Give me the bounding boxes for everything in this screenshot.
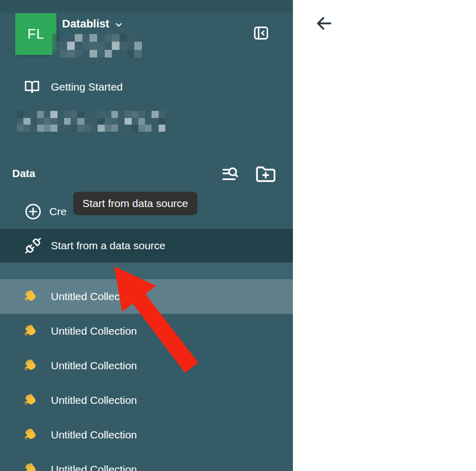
menu-strip — [0, 262, 293, 279]
create-collection-label: Cre — [49, 205, 67, 218]
collection-item[interactable]: Untitled Collection — [0, 279, 293, 314]
list-search-icon — [220, 164, 241, 185]
arrow-left-icon — [314, 14, 334, 33]
collections-list: Untitled Collection Untitled Collection — [0, 279, 293, 471]
search-collections-button[interactable] — [220, 164, 241, 185]
getting-started-item[interactable]: Getting Started — [24, 76, 123, 98]
unplug-icon — [24, 237, 42, 254]
waving-hand-icon — [23, 358, 39, 373]
collection-item-label: Untitled Collection — [51, 463, 137, 471]
redacted-nav-item[interactable] — [17, 111, 165, 132]
collection-item[interactable]: Untitled Collection — [0, 314, 293, 348]
collection-item-label: Untitled Collection — [51, 360, 137, 372]
getting-started-label: Getting Started — [51, 81, 123, 93]
waving-hand-icon — [23, 289, 39, 304]
waving-hand-icon — [23, 323, 39, 339]
workspace-avatar[interactable]: FL — [15, 13, 56, 55]
collection-item-label: Untitled Collection — [51, 290, 137, 303]
start-from-data-source-item[interactable]: Start from a data source — [0, 229, 293, 262]
start-from-data-source-label: Start from a data source — [51, 240, 165, 252]
book-open-icon — [24, 79, 40, 95]
collection-item[interactable]: Untitled Collection — [0, 418, 293, 452]
main-content — [293, 0, 476, 471]
folder-plus-icon — [255, 163, 277, 185]
data-section-title: Data — [12, 167, 36, 180]
sidebar: FL Datablist Getting Started Data — [0, 0, 293, 471]
collection-item[interactable]: Untitled Collection — [0, 348, 293, 383]
waving-hand-icon — [23, 427, 39, 443]
panel-left-collapse-icon — [252, 23, 270, 43]
workspace-switcher[interactable]: Datablist — [62, 17, 124, 31]
redacted-workspace-info — [52, 34, 142, 57]
tooltip: Start from data source — [73, 192, 197, 215]
collection-item[interactable]: Untitled Collection — [0, 452, 293, 471]
collection-item-label: Untitled Collection — [51, 325, 137, 337]
avatar-initials: FL — [27, 26, 45, 42]
waving-hand-icon — [23, 462, 39, 471]
back-button[interactable] — [314, 14, 334, 33]
chevron-down-icon — [114, 20, 124, 30]
workspace-name-label: Datablist — [62, 17, 109, 31]
collection-item-label: Untitled Collection — [51, 394, 137, 406]
waving-hand-icon — [23, 393, 39, 408]
sidebar-top-tint — [0, 0, 293, 13]
new-folder-button[interactable] — [255, 163, 277, 185]
collection-item[interactable]: Untitled Collection — [0, 383, 293, 418]
collection-item-label: Untitled Collection — [51, 429, 137, 441]
plus-circle-icon — [24, 202, 42, 221]
collapse-sidebar-button[interactable] — [252, 23, 271, 43]
